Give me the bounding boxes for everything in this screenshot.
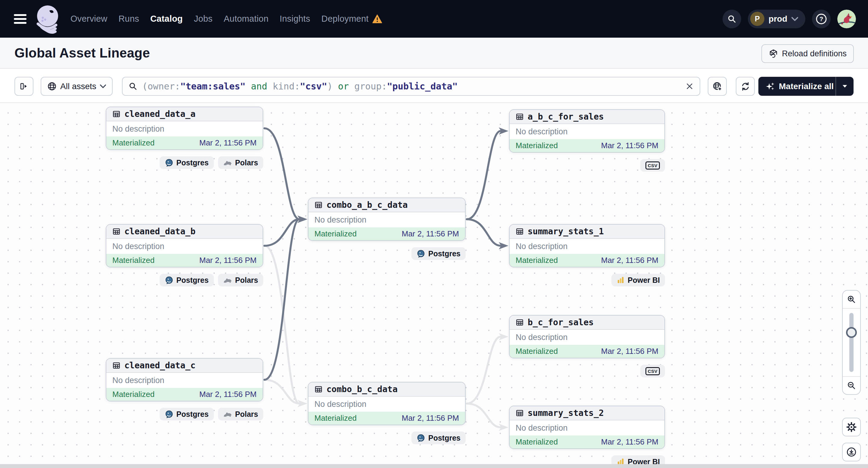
search-button[interactable]	[722, 10, 741, 28]
asset-filter-input[interactable]: (owner:"team:sales" and kind:"csv") or g…	[122, 77, 700, 96]
table-icon	[516, 113, 524, 121]
asset-node-a_b_c_for_sales[interactable]: a_b_c_for_sales No description Materiali…	[509, 109, 665, 153]
materialization-status: Materialized	[112, 390, 155, 399]
nav-right-cluster: P prod ?	[722, 10, 856, 28]
nav-item-catalog[interactable]: Catalog	[150, 14, 183, 24]
query-segment-value: "team:sales"	[180, 81, 245, 92]
horizontal-scrollbar-gutter[interactable]	[0, 464, 868, 468]
materialization-timestamp: Mar 2, 11:56 PM	[199, 138, 257, 148]
asset-node-cleaned_data_b[interactable]: cleaned_data_b No description Materializ…	[106, 224, 263, 268]
asset-status-bar: Materialized Mar 2, 11:56 PM	[509, 254, 664, 267]
kind-tag-powerbi[interactable]: Power BI	[611, 455, 665, 464]
asset-scope-dropdown[interactable]: All assets	[41, 77, 113, 96]
kind-tag-label: Polars	[235, 158, 258, 167]
asset-name: a_b_c_for_sales	[528, 112, 604, 122]
lineage-edge-combo_a_b_c_data-to-a_b_c_for_sales	[467, 127, 508, 219]
nav-item-label: Insights	[279, 14, 310, 24]
asset-name: cleaned_data_b	[124, 226, 195, 237]
asset-node-combo_a_b_c_data[interactable]: combo_a_b_c_data No description Material…	[308, 197, 466, 241]
kind-tag-postgres[interactable]: Postgres	[160, 408, 214, 420]
asset-node-combo_b_c_data[interactable]: combo_b_c_data No description Materializ…	[308, 382, 466, 425]
nav-item-label: Catalog	[150, 14, 183, 24]
asset-scope-label: All assets	[60, 82, 96, 91]
asset-node-header: cleaned_data_a	[106, 107, 262, 121]
nav-item-automation[interactable]: Automation	[224, 14, 269, 24]
asset-node-header: summary_stats_2	[509, 406, 664, 420]
materialize-all-button[interactable]: Materialize all	[758, 77, 854, 96]
deployment-initial-badge: P	[750, 12, 765, 26]
kind-tag-postgres[interactable]: Postgres	[411, 432, 466, 444]
nav-item-label: Automation	[224, 14, 269, 24]
dagster-logo-icon[interactable]	[34, 4, 62, 34]
zoom-in-button[interactable]	[843, 291, 860, 308]
reload-definitions-button[interactable]: Reload definitions	[762, 44, 854, 63]
kind-tag-powerbi[interactable]: Power BI	[611, 274, 665, 286]
refresh-button[interactable]	[736, 77, 755, 96]
table-icon	[112, 362, 121, 370]
download-image-button[interactable]	[842, 443, 861, 461]
kind-tag-polars[interactable]: Polars	[218, 408, 263, 420]
graph-settings-button[interactable]	[842, 418, 861, 436]
reload-cube-icon	[769, 49, 778, 58]
kind-tag-postgres[interactable]: Postgres	[160, 156, 214, 169]
refresh-icon	[741, 82, 750, 91]
asset-node-header: cleaned_data_c	[106, 359, 262, 373]
kind-tag-polars[interactable]: Polars	[218, 156, 263, 169]
lineage-graph-canvas[interactable]: cleaned_data_a No description Materializ…	[0, 102, 868, 464]
asset-node-header: cleaned_data_b	[106, 225, 262, 239]
asset-tag-row: Postgres	[308, 432, 466, 444]
asset-node-header: a_b_c_for_sales	[509, 110, 664, 124]
asset-status-bar: Materialized Mar 2, 11:56 PM	[308, 412, 465, 425]
asset-node-header: summary_stats_1	[509, 225, 664, 239]
query-segment-plain: group:	[349, 81, 387, 92]
materialization-status: Materialized	[516, 347, 558, 356]
lineage-edge-combo_a_b_c_data-to-summary_stats_1	[467, 219, 508, 249]
user-avatar[interactable]	[837, 10, 856, 28]
zoom-in-icon	[847, 295, 856, 304]
nav-item-label: Deployment	[321, 14, 369, 24]
asset-node-cleaned_data_c[interactable]: cleaned_data_c No description Materializ…	[106, 358, 263, 401]
table-icon	[314, 385, 322, 393]
clear-filter-icon[interactable]	[685, 82, 693, 90]
materialize-options-button[interactable]	[836, 85, 854, 88]
deployment-switcher[interactable]: P prod	[748, 10, 805, 28]
postgres-icon	[165, 158, 174, 167]
asset-node-header: combo_b_c_data	[308, 382, 465, 397]
reload-definitions-label: Reload definitions	[782, 49, 847, 58]
nav-item-insights[interactable]: Insights	[279, 14, 310, 24]
kind-tag-csv[interactable]: CSV	[640, 159, 665, 171]
zoom-out-button[interactable]	[843, 377, 860, 394]
nav-item-runs[interactable]: Runs	[118, 14, 139, 24]
asset-node-b_c_for_sales[interactable]: b_c_for_sales No description Materialize…	[509, 315, 665, 358]
view-group-settings-button[interactable]	[708, 77, 727, 96]
kind-tag-csv[interactable]: CSV	[640, 365, 665, 377]
materialization-status: Materialized	[314, 229, 356, 239]
query-segment-value: "csv"	[300, 81, 327, 92]
postgres-icon	[165, 410, 174, 418]
nav-item-deployment[interactable]: Deployment	[321, 14, 382, 24]
asset-name: summary_stats_1	[528, 226, 604, 237]
primary-nav: OverviewRunsCatalogJobsAutomationInsight…	[70, 14, 382, 24]
csv-icon: CSV	[645, 161, 660, 169]
asset-node-summary_stats_1[interactable]: summary_stats_1 No description Materiali…	[509, 224, 665, 268]
asset-node-cleaned_data_a[interactable]: cleaned_data_a No description Materializ…	[106, 106, 263, 150]
download-icon	[846, 447, 857, 457]
expand-sidebar-button[interactable]	[14, 77, 33, 96]
kind-tag-polars[interactable]: Polars	[218, 274, 263, 286]
search-icon	[129, 82, 137, 91]
nav-item-jobs[interactable]: Jobs	[194, 14, 213, 24]
zoom-slider-thumb[interactable]	[846, 327, 857, 338]
kind-tag-postgres[interactable]: Postgres	[411, 247, 466, 260]
kind-tag-label: Postgres	[177, 276, 209, 285]
kind-tag-label: Polars	[235, 276, 258, 285]
asset-status-bar: Materialized Mar 2, 11:56 PM	[509, 435, 664, 448]
nav-item-overview[interactable]: Overview	[70, 14, 107, 24]
menu-icon[interactable]	[14, 12, 27, 26]
lineage-edge-cleaned_data_a-to-combo_a_b_c_data	[265, 128, 307, 223]
zoom-slider-track[interactable]	[849, 313, 854, 372]
asset-node-summary_stats_2[interactable]: summary_stats_2 No description Materiali…	[509, 406, 665, 449]
kind-tag-postgres[interactable]: Postgres	[160, 274, 214, 286]
asset-status-bar: Materialized Mar 2, 11:56 PM	[106, 254, 262, 267]
help-button[interactable]: ?	[812, 10, 831, 28]
chevron-down-icon	[792, 17, 798, 21]
